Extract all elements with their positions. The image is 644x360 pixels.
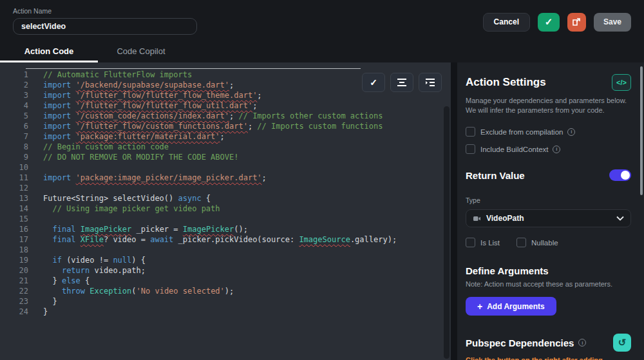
validate-code-button[interactable]: ✓ (362, 73, 385, 92)
code-line: 17 final XFile? video = await _picker.pi… (0, 234, 451, 245)
line-number: 6 (0, 121, 28, 131)
line-number: 18 (0, 245, 28, 255)
line-number: 24 (0, 307, 28, 317)
type-dropdown[interactable]: VideoPath (466, 209, 631, 227)
indent-code-button[interactable] (419, 73, 442, 92)
format-align-icon (397, 78, 407, 87)
include-buildcontext-checkbox[interactable] (466, 144, 475, 154)
code-area[interactable]: 1// Automatic FlutterFlow imports2import… (0, 62, 451, 317)
nullable-label: Nullable (531, 239, 558, 247)
code-line: 7import 'package:flutter/material.dart'; (0, 131, 451, 142)
code-line: 5import '/custom_code/actions/index.dart… (0, 111, 451, 121)
line-number: 1 (0, 70, 28, 80)
action-name-input[interactable]: selectVideo (13, 18, 197, 35)
code-line: 13Future<String> selectVideo() async { (0, 193, 451, 204)
line-number: 22 (0, 286, 28, 296)
cancel-button[interactable]: Cancel (483, 13, 530, 32)
format-code-button[interactable] (390, 73, 413, 92)
info-icon[interactable]: i (578, 339, 586, 346)
code-line: 4import '/flutter_flow/flutter_flow_util… (0, 100, 451, 111)
code-icon: </> (616, 79, 627, 86)
line-number: 3 (0, 90, 28, 100)
line-number: 23 (0, 296, 28, 307)
code-line: 12 (0, 183, 451, 193)
line-number: 14 (0, 204, 28, 214)
return-value-title: Return Value (466, 170, 525, 181)
line-number: 20 (0, 265, 28, 276)
code-line: 8// Begin custom action code (0, 142, 451, 152)
code-line: 19 if (video != null) { (0, 255, 451, 265)
top-bar: Action Name selectVideo Cancel ✓ Save (0, 0, 644, 40)
action-name-label: Action Name (13, 7, 197, 15)
toggle-knob (621, 171, 630, 180)
view-code-button[interactable]: </> (612, 74, 631, 91)
line-number: 11 (0, 173, 28, 183)
define-arguments-title: Define Arguments (466, 265, 631, 276)
define-arguments-note: Note: Action must accept these as parame… (466, 280, 631, 288)
code-line: 6import '/flutter_flow/custom_functions.… (0, 121, 451, 131)
panel-title: Action Settings (466, 76, 546, 89)
tab-action-code[interactable]: Action Code (0, 40, 98, 62)
line-number: 5 (0, 111, 28, 121)
line-number: 12 (0, 183, 28, 193)
editor-tabs: Action Code Code Copilot (0, 40, 644, 62)
return-value-toggle[interactable] (609, 169, 631, 181)
line-number: 8 (0, 142, 28, 152)
action-settings-panel: Action Settings </> Manage your dependen… (457, 62, 644, 360)
line-number: 7 (0, 131, 28, 142)
refresh-icon: ↺ (618, 337, 627, 348)
confirm-button[interactable]: ✓ (538, 13, 560, 32)
editor-scrollbar[interactable] (444, 106, 450, 359)
type-label: Type (466, 196, 631, 204)
exclude-compilation-checkbox[interactable] (466, 127, 475, 137)
code-editor[interactable]: 1// Automatic FlutterFlow imports2import… (0, 62, 451, 360)
editor-top-line (26, 68, 361, 69)
format-indent-icon (425, 78, 435, 87)
code-line: 18 (0, 245, 451, 255)
is-list-label: Is List (480, 239, 500, 247)
line-number: 4 (0, 100, 28, 111)
line-number: 19 (0, 255, 28, 265)
info-icon[interactable]: i (553, 146, 560, 153)
include-buildcontext-label: Include BuildContext (480, 146, 548, 153)
code-line: 11import 'package:image_picker/image_pic… (0, 173, 451, 183)
pubspec-warning: Click the button on the right after addi… (466, 355, 620, 360)
line-number: 16 (0, 224, 28, 234)
open-external-button[interactable] (567, 13, 586, 32)
refresh-dependencies-button[interactable]: ↺ (613, 334, 631, 352)
line-number: 2 (0, 80, 28, 90)
page-scrollbar[interactable] (640, 66, 643, 195)
code-line: 9// DO NOT REMOVE OR MODIFY THE CODE ABO… (0, 152, 451, 162)
tab-code-copilot[interactable]: Code Copilot (98, 40, 184, 62)
code-line: 14 // Using image picker get video path (0, 204, 451, 214)
action-name-value: selectVideo (21, 22, 66, 31)
line-number: 10 (0, 162, 28, 173)
code-line: 15 (0, 214, 451, 224)
exclude-compilation-label: Exclude from compilation (480, 128, 563, 136)
check-icon: ✓ (545, 16, 553, 28)
code-line: 24} (0, 307, 451, 317)
video-type-icon (473, 214, 481, 223)
panel-description: Manage your dependencies and parameters … (466, 96, 628, 115)
line-number: 21 (0, 276, 28, 286)
add-arguments-button[interactable]: + Add Arguments (466, 297, 556, 316)
save-button[interactable]: Save (594, 13, 631, 32)
code-line: 22 throw Exception('No video selected'); (0, 286, 451, 296)
line-number: 15 (0, 214, 28, 224)
is-list-checkbox[interactable] (466, 238, 475, 247)
code-line: 21 } else { (0, 276, 451, 286)
type-value: VideoPath (486, 214, 616, 223)
chevron-down-icon (616, 216, 624, 221)
info-icon[interactable]: i (567, 128, 575, 136)
nullable-checkbox[interactable] (516, 238, 526, 247)
code-line: 23 } (0, 296, 451, 307)
line-number: 13 (0, 193, 28, 204)
code-line: 10 (0, 162, 451, 173)
line-number: 9 (0, 152, 28, 162)
open-external-icon (572, 17, 581, 26)
pubspec-title: Pubspec Dependencies (466, 337, 574, 348)
panel-divider (451, 62, 457, 360)
code-line: 20 return video.path; (0, 265, 451, 276)
check-icon: ✓ (370, 77, 377, 88)
plus-icon: + (477, 301, 482, 312)
